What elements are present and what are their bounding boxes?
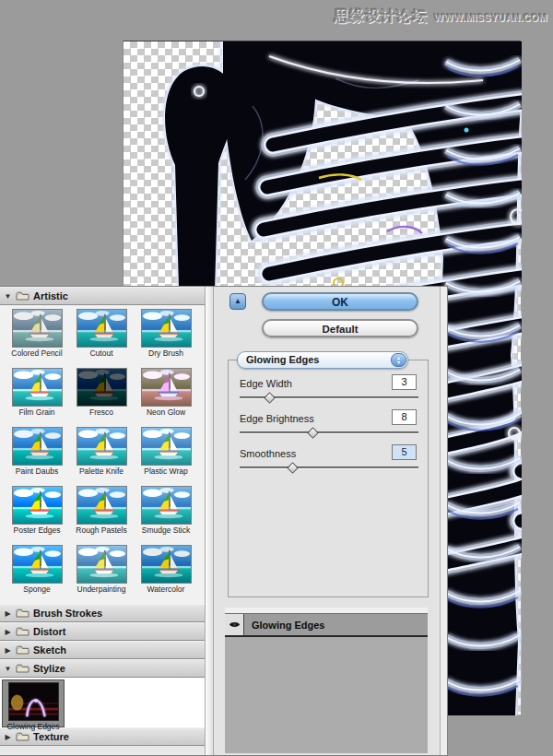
filter-thumb-image	[141, 427, 192, 466]
filter-thumb-glowing-edges[interactable]: Glowing Edges	[2, 679, 65, 727]
filter-thumb-label: Fresco	[69, 408, 134, 417]
filter-thumb-label: Watercolor	[134, 585, 198, 594]
filter-thumb-image	[12, 545, 63, 584]
slider-group-edge-width: Edge Width3	[240, 375, 418, 410]
filter-thumb-label: Cutout	[69, 348, 134, 358]
filter-thumb-label: Poster Edges	[5, 526, 69, 535]
slider-thumb[interactable]	[264, 392, 276, 404]
filter-thumb-image	[141, 368, 192, 407]
slider-track[interactable]	[240, 431, 418, 434]
section-label: Artistic	[33, 290, 68, 301]
folder-icon	[16, 728, 29, 745]
watermark: 思缘设计论坛 WWW.MISSYUAN.COM	[334, 7, 547, 27]
filter-thumb-watercolor[interactable]: Watercolor	[134, 545, 198, 601]
section-label: Sketch	[33, 644, 66, 656]
folder-icon	[16, 642, 29, 658]
filter-thumb-label: Sponge	[5, 585, 69, 594]
disclosure-expanded-icon: ▼	[4, 665, 12, 673]
effect-layer-row[interactable]: Glowing Edges	[225, 613, 428, 637]
filter-thumb-label: Neon Glow	[134, 408, 198, 417]
watermark-cjk-text: 思缘设计论坛	[334, 7, 428, 27]
filter-thumb-image	[141, 309, 192, 348]
filter-thumb-image	[12, 427, 63, 466]
filter-thumb-palette-knife[interactable]: Palette Knife	[69, 427, 134, 483]
filter-select-value: Glowing Edges	[238, 352, 407, 368]
section-header-artistic[interactable]: ▼Artistic	[0, 287, 205, 305]
filter-thumb-underpainting[interactable]: Underpainting	[69, 545, 134, 601]
section-label: Brush Strokes	[33, 608, 102, 619]
filter-thumb-label: Paint Daubs	[5, 467, 69, 476]
filter-thumb-colored-pencil[interactable]: Colored Pencil	[5, 309, 69, 365]
disclosure-expanded-icon: ▼	[4, 292, 12, 301]
disclosure-collapsed-icon: ▶	[4, 628, 12, 636]
layer-visibility-toggle[interactable]	[225, 614, 244, 635]
filter-thumb-sponge[interactable]: Sponge	[5, 545, 69, 601]
collapse-panel-button[interactable]: ▲	[229, 293, 246, 310]
section-content-stylize: Glowing Edges	[0, 678, 205, 727]
effect-layer-label: Glowing Edges	[244, 614, 324, 635]
filter-select-dropdown[interactable]: Glowing Edges ▴ ▾	[237, 351, 408, 369]
folder-icon	[16, 623, 29, 640]
disclosure-collapsed-icon: ▶	[4, 646, 12, 655]
slider-thumb[interactable]	[287, 462, 299, 474]
filter-thumb-label: Plastic Wrap	[134, 467, 198, 476]
slider-value-input[interactable]: 8	[392, 409, 417, 425]
slider-thumb[interactable]	[307, 427, 319, 439]
slider-group-smoothness: Smoothness5	[240, 445, 418, 480]
filter-thumb-label: Glowing Edges	[3, 722, 64, 731]
slider-value-input[interactable]: 3	[392, 374, 417, 390]
filter-thumb-image	[76, 545, 127, 584]
section-header-distort[interactable]: ▶Distort	[0, 622, 205, 641]
section-label: Distort	[33, 626, 65, 637]
filter-thumb-label: Smudge Stick	[134, 526, 198, 535]
disclosure-collapsed-icon: ▶	[4, 609, 12, 618]
filter-thumb-label: Colored Pencil	[5, 348, 69, 358]
section-label: Texture	[33, 731, 69, 742]
filter-thumb-film-grain[interactable]: Film Grain	[5, 368, 69, 424]
filter-gallery-dialog: ▼ArtisticColored PencilCutoutDry BrushFi…	[0, 286, 448, 756]
disclosure-collapsed-icon: ▶	[4, 733, 12, 741]
section-header-brush-strokes[interactable]: ▶Brush Strokes	[0, 604, 205, 622]
filter-thumb-poster-edges[interactable]: Poster Edges	[5, 486, 69, 542]
gallery-scrollbar[interactable]	[205, 287, 214, 755]
slider-track[interactable]	[240, 467, 418, 469]
filter-thumb-image	[12, 368, 63, 407]
filter-thumb-image	[76, 368, 127, 407]
collapse-arrow-icon: ▲	[234, 297, 241, 305]
filter-thumb-paint-daubs[interactable]: Paint Daubs	[5, 427, 69, 483]
filter-thumb-cutout[interactable]: Cutout	[69, 309, 134, 365]
slider-track[interactable]	[240, 396, 418, 399]
filter-thumb-image	[12, 309, 63, 348]
filter-thumb-label: Rough Pastels	[69, 526, 134, 535]
folder-icon	[16, 660, 29, 677]
filter-thumb-dry-brush[interactable]: Dry Brush	[134, 309, 198, 365]
eye-icon	[229, 620, 241, 629]
filter-thumb-image	[141, 545, 192, 584]
filter-thumb-image	[76, 486, 127, 525]
sliders: Edge Width3Edge Brightness8Smoothness5	[229, 375, 428, 480]
ok-button[interactable]: OK	[262, 292, 418, 311]
slider-value-input[interactable]: 5	[392, 444, 417, 460]
folder-icon	[16, 605, 29, 621]
filter-thumb-image	[8, 682, 59, 721]
section-header-stylize[interactable]: ▼Stylize	[0, 659, 205, 678]
section-header-sketch[interactable]: ▶Sketch	[0, 641, 205, 659]
filter-options-group: Edge Width3Edge Brightness8Smoothness5	[228, 360, 429, 597]
default-button[interactable]: Default	[262, 319, 418, 337]
section-content-artistic: Colored PencilCutoutDry BrushFilm GrainF…	[0, 305, 205, 604]
dropdown-arrows-icon: ▴ ▾	[391, 353, 406, 367]
filter-thumb-fresco[interactable]: Fresco	[69, 368, 134, 424]
filter-thumb-image	[12, 486, 63, 525]
filter-thumb-label: Palette Knife	[69, 467, 134, 476]
dialog-right-scrollbar[interactable]	[440, 287, 447, 755]
filter-thumb-plastic-wrap[interactable]: Plastic Wrap	[134, 427, 198, 483]
watermark-site-text: WWW.MISSYUAN.COM	[434, 12, 547, 23]
effect-layers-list: Glowing Edges	[225, 608, 428, 753]
filter-thumb-label: Underpainting	[69, 585, 134, 594]
filter-thumb-rough-pastels[interactable]: Rough Pastels	[69, 486, 134, 542]
settings-panel: ▲ OK Default Edge Width3Edge Brightness8…	[214, 287, 441, 755]
filter-thumb-label: Film Grain	[5, 408, 69, 417]
filter-thumb-label: Dry Brush	[134, 348, 198, 358]
filter-thumb-neon-glow[interactable]: Neon Glow	[134, 368, 198, 424]
filter-thumb-smudge-stick[interactable]: Smudge Stick	[134, 486, 198, 542]
